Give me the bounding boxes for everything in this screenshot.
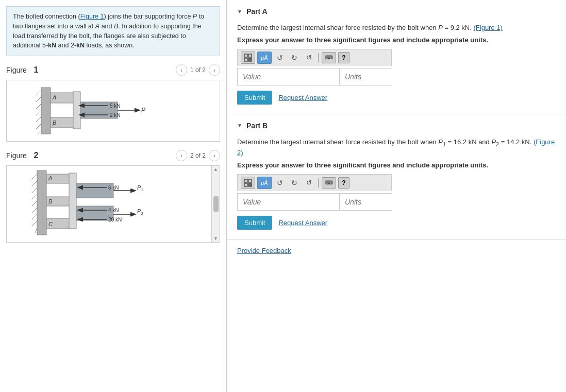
- partA-separator: [318, 53, 319, 62]
- svg-line-6: [36, 124, 41, 129]
- svg-text:A: A: [48, 175, 52, 181]
- partB-units-input[interactable]: [340, 194, 407, 210]
- figure2-label: Figure 2: [6, 151, 38, 160]
- svg-line-22: [32, 181, 37, 186]
- partB-undo-btn[interactable]: ↺: [274, 177, 286, 189]
- partB-refresh-btn[interactable]: ↺: [303, 177, 315, 189]
- partA-toolbar: μÅ ↺ ↻ ↺ ⌨ ?: [237, 49, 392, 66]
- figure1-section: Figure 1 ‹ 1 of 2 ›: [6, 64, 220, 142]
- svg-line-4: [36, 110, 41, 115]
- svg-text:20 kN: 20 kN: [108, 217, 122, 223]
- svg-line-2: [36, 97, 41, 102]
- figure2-next-btn[interactable]: ›: [209, 150, 220, 161]
- figure1-svg: A B 5 kN 2 kN P: [36, 82, 191, 139]
- svg-line-24: [32, 194, 37, 199]
- partA-undo-btn[interactable]: ↺: [274, 52, 286, 64]
- svg-rect-20: [37, 171, 46, 235]
- figure2-prev-btn[interactable]: ‹: [176, 150, 187, 161]
- svg-text:6 kN: 6 kN: [108, 185, 119, 191]
- figure2-nav: ‹ 2 of 2 ›: [176, 150, 220, 161]
- partB-submit-btn[interactable]: Submit: [237, 216, 272, 230]
- partB-mu-btn[interactable]: μÅ: [257, 177, 272, 189]
- svg-line-21: [32, 174, 37, 179]
- svg-rect-33: [72, 183, 113, 198]
- svg-text:P1: P1: [137, 184, 143, 192]
- partA-title: Part A: [246, 7, 268, 15]
- svg-rect-51: [244, 58, 247, 61]
- provide-feedback-link[interactable]: Provide Feedback: [237, 247, 291, 254]
- partA-submit-btn[interactable]: Submit: [237, 91, 272, 105]
- partA-figure-link[interactable]: (Figure 1): [474, 24, 503, 31]
- partB-toolbar: μÅ ↺ ↻ ↺ ⌨ ?: [237, 174, 392, 191]
- partB-title: Part B: [246, 122, 268, 130]
- partB-collapse-icon: ▼: [237, 123, 242, 128]
- partA-redo-btn[interactable]: ↻: [288, 52, 301, 64]
- figure2-svg: A B C 6 kN 4 kN 20 kN P1: [32, 168, 187, 240]
- figure1-next-btn[interactable]: ›: [209, 64, 220, 76]
- svg-line-26: [32, 208, 37, 213]
- figure2-number: 2: [34, 151, 38, 160]
- partB-request-answer-link[interactable]: Request Answer: [278, 219, 327, 227]
- partB-description: Determine the largest internal shear for…: [237, 137, 556, 158]
- svg-text:2 kN: 2 kN: [110, 112, 121, 118]
- problem-text: The bolted connection (Figure 1) joins t…: [6, 6, 220, 56]
- figure2-nav-label: 2 of 2: [190, 152, 206, 159]
- provide-feedback-section: Provide Feedback: [227, 240, 566, 262]
- partA-header[interactable]: ▼ Part A: [237, 7, 556, 15]
- figure1-nav: ‹ 1 of 2 ›: [176, 64, 220, 76]
- right-panel: ▼ Part A Determine the largest internal …: [227, 0, 566, 392]
- partB-keyboard-btn[interactable]: ⌨: [322, 177, 336, 189]
- svg-rect-53: [244, 179, 247, 182]
- svg-line-28: [32, 221, 37, 226]
- svg-line-5: [36, 117, 41, 122]
- figure1-header: Figure 1 ‹ 1 of 2 ›: [6, 64, 220, 76]
- svg-rect-56: [248, 183, 252, 186]
- partA-matrix-btn[interactable]: [241, 52, 255, 64]
- partB-redo-btn[interactable]: ↻: [288, 177, 301, 189]
- figure1-prev-btn[interactable]: ‹: [176, 64, 187, 76]
- figure1-number: 1: [34, 65, 38, 74]
- partB-answer-fields: [237, 193, 392, 211]
- svg-text:P2: P2: [137, 208, 143, 216]
- svg-rect-11: [73, 92, 80, 129]
- svg-line-1: [36, 90, 41, 95]
- partB-header[interactable]: ▼ Part B: [237, 122, 556, 130]
- svg-line-27: [32, 214, 37, 219]
- figure2-header: Figure 2 ‹ 2 of 2 ›: [6, 150, 220, 161]
- partA-action-row: Submit Request Answer: [237, 91, 556, 105]
- svg-line-7: [38, 130, 41, 134]
- partB-matrix-btn[interactable]: [241, 177, 255, 189]
- partB-help-btn[interactable]: ?: [338, 177, 349, 189]
- svg-line-25: [32, 201, 37, 206]
- left-panel: The bolted connection (Figure 1) joins t…: [0, 0, 227, 392]
- partA-mu-btn[interactable]: μÅ: [257, 52, 272, 64]
- partA-value-input[interactable]: [238, 69, 340, 85]
- partA-keyboard-btn[interactable]: ⌨: [322, 52, 336, 63]
- figure2-section: Figure 2 ‹ 2 of 2 ›: [6, 150, 220, 243]
- partB-action-row: Submit Request Answer: [237, 216, 556, 230]
- figure1-label: Figure 1: [6, 65, 38, 75]
- figure1-box: A B 5 kN 2 kN P: [6, 80, 220, 142]
- partA-request-answer-link[interactable]: Request Answer: [278, 94, 327, 101]
- svg-line-23: [32, 188, 37, 193]
- partA-refresh-btn[interactable]: ↺: [303, 52, 315, 64]
- svg-line-29: [35, 228, 37, 233]
- svg-rect-34: [72, 206, 113, 220]
- partB-figure-link[interactable]: (Figure 2): [237, 138, 555, 157]
- partA-units-input[interactable]: [340, 69, 407, 85]
- partA-collapse-icon: ▼: [237, 9, 242, 14]
- svg-rect-52: [248, 58, 252, 61]
- svg-text:A: A: [52, 94, 56, 100]
- figure2-scrollbar[interactable]: ▲ ▼: [211, 166, 220, 242]
- partA-help-btn[interactable]: ?: [338, 52, 349, 63]
- partA-answer-fields: [237, 68, 392, 86]
- figure1-nav-label: 1 of 2: [190, 66, 206, 74]
- svg-text:B: B: [48, 198, 52, 204]
- partB-section: ▼ Part B Determine the largest internal …: [227, 114, 566, 240]
- partB-value-input[interactable]: [238, 194, 340, 210]
- figure1-link[interactable]: Figure 1: [80, 13, 104, 20]
- partA-description: Determine the largest internal shear for…: [237, 23, 556, 33]
- partA-section: ▼ Part A Determine the largest internal …: [227, 0, 566, 114]
- partA-instruction: Express your answer to three significant…: [237, 36, 556, 44]
- partB-instruction: Express your answer to three significant…: [237, 161, 556, 169]
